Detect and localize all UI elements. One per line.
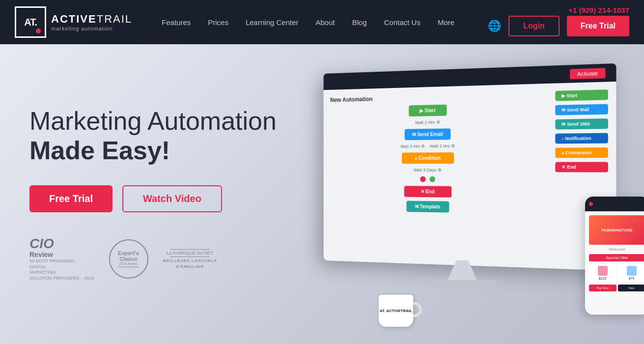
condition-row: Wait 2 Hrs ⚙ Wait 2 Hrs ⚙ [330, 143, 532, 149]
mug-logo: AT. ACTIVETRAIL [380, 309, 412, 313]
watch-video-button[interactable]: Watch Video [122, 185, 222, 212]
logo-name: ACTIVETRAIL [51, 13, 132, 26]
nav-contact-us[interactable]: Contact Us [384, 18, 420, 27]
logo-initials: AT. [24, 17, 37, 28]
monitor-screen: Activate New Automation ▶ Start Wait 2 H… [324, 63, 616, 271]
end-row: ✕ End [330, 185, 532, 198]
badges: CIO Review 50 MOST PROMISINGDIGITALMARKE… [29, 237, 277, 282]
phone-number: +1 (929) 214-1037 [568, 6, 629, 14]
phone-buttons: Buy Now View [589, 285, 644, 291]
phone-offer: Special Offer [589, 254, 644, 261]
mug-handle [413, 302, 422, 317]
globe-icon[interactable]: 🌐 [488, 20, 501, 32]
logo-text: ACTIVETRAIL marketing automation [51, 13, 132, 31]
condition-block: ⬥ Condition [401, 152, 453, 164]
logo-subtitle: marketing automation [51, 26, 132, 31]
navbar: AT. ACTIVETRAIL marketing automation Fea… [0, 0, 644, 44]
wait-row-2: Wait 3 Days ⚙ [330, 168, 532, 172]
dots-row [420, 176, 435, 182]
badge-fabrique: LA FABRIQUE DU NET MEILLEURS LOGICIELSD'… [163, 248, 218, 270]
screen-body: New Automation ▶ Start Wait 2 Hrs ⚙ ✉ Se… [324, 82, 616, 271]
hero-title-line1: Marketing Automation [29, 107, 277, 136]
phone-view-btn[interactable]: View [618, 285, 644, 291]
email-block: ✉ Send Email [405, 128, 450, 140]
free-trial-nav-button[interactable]: Free Trial [567, 16, 629, 36]
phone-product-1: $220 [589, 264, 616, 282]
nav-learning-center[interactable]: Learning Center [246, 18, 299, 27]
automation-left: New Automation ▶ Start Wait 2 Hrs ⚙ ✉ Se… [330, 91, 532, 260]
hero-section: Marketing Automation Made Easy! Free Tri… [0, 44, 644, 344]
phone-banner: FASHIONSTORE [589, 215, 644, 245]
hero-buttons: Free Trial Watch Video [29, 185, 277, 212]
phone-body: FASHIONSTORE Welcome Special Offer $220 … [585, 211, 644, 315]
wait-row: Wait 2 Hrs ⚙ [330, 118, 532, 127]
logo-dot [36, 29, 41, 33]
phone-welcome: Welcome [589, 247, 644, 252]
nav-links: Features Prices Learning Center About Bl… [162, 18, 488, 27]
logo-box: AT. [15, 6, 46, 38]
phone: FASHIONSTORE Welcome Special Offer $220 … [585, 197, 644, 315]
nav-blog[interactable]: Blog [352, 18, 367, 27]
nav-more[interactable]: More [438, 18, 454, 27]
logo[interactable]: AT. ACTIVETRAIL marketing automation [15, 6, 132, 38]
monitor-base [413, 260, 511, 295]
hero-content: Marketing Automation Made Easy! Free Tri… [0, 107, 277, 281]
nav-features[interactable]: Features [162, 18, 191, 27]
nav-about[interactable]: About [316, 18, 335, 27]
start-block: ▶ Start [409, 105, 447, 116]
hero-title-line2: Made Easy! [29, 136, 277, 166]
phone-header [585, 197, 644, 211]
phone-products: $220 $75 [589, 264, 644, 282]
hero-image-area: Activate New Automation ▶ Start Wait 2 H… [290, 59, 644, 344]
login-button[interactable]: Login [508, 16, 560, 36]
mug: AT. ACTIVETRAIL [379, 295, 423, 334]
activate-button[interactable]: Activate [570, 68, 606, 79]
mug-body: AT. ACTIVETRAIL [379, 295, 413, 327]
free-trial-hero-button[interactable]: Free Trial [29, 185, 112, 212]
hero-title: Marketing Automation Made Easy! [29, 107, 277, 166]
template-block: ✉ Template [406, 201, 449, 213]
badge-expert: Expert's Choice 2019 Award FinancesOnlin… [109, 239, 148, 279]
nav-prices[interactable]: Prices [208, 18, 228, 27]
phone-buy-btn[interactable]: Buy Now [589, 285, 616, 291]
phone-product-2: $75 [618, 264, 644, 282]
badge-cio: CIO Review 50 MOST PROMISINGDIGITALMARKE… [29, 237, 94, 282]
